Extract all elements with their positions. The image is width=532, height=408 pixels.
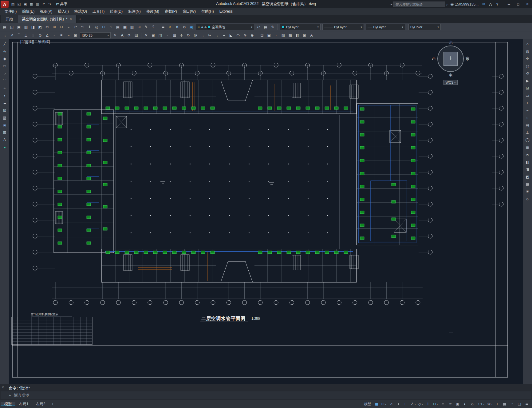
annotation-visibility-icon[interactable]: ◐ [462,401,468,407]
match-properties-icon[interactable]: ⌁ [65,24,72,30]
tool-palettes-icon[interactable]: ▥ [128,24,136,30]
measure-icon[interactable]: ≍ [524,151,531,158]
camera-icon[interactable]: ◨ [524,166,531,173]
save-as-icon[interactable]: ▦ [28,1,34,7]
zoom-previous-icon[interactable]: ◌ [107,24,114,30]
qnew-icon[interactable]: ▤ [10,1,16,7]
layer-lock-icon[interactable]: ⊘ [181,24,188,30]
dim-arc-icon[interactable]: ⌒ [15,32,22,39]
autodesk-apps-icon[interactable]: ⋀ [487,1,494,7]
search-expand-icon[interactable]: ▸ [391,2,392,6]
viewcube-east-label[interactable]: 东 [465,56,469,61]
menu-item-express[interactable]: Express [217,8,235,15]
model-space-toggle[interactable]: 模型 [363,401,372,407]
hatch-icon[interactable]: ▨ [280,32,287,39]
search-box[interactable]: ▸ ⌕ [391,2,448,7]
search-icon[interactable]: ⌕ [446,2,448,6]
polar-tracking-icon[interactable]: ∠▾ [410,401,417,407]
lights-icon[interactable]: ☀ [524,188,531,195]
dim-ordinate-icon[interactable]: ⊥ [22,32,30,39]
mirror-icon[interactable]: ◫ [157,32,164,39]
layer-color-icon[interactable]: ▣ [188,24,195,30]
zoom-out-icon[interactable]: − [524,107,531,114]
layer-on-icon[interactable]: ☀ [167,24,174,30]
autocad-logo-icon[interactable]: A [1,1,9,8]
hatch-tool-icon[interactable]: ▨ [1,114,8,121]
properties-icon[interactable]: ▤ [114,24,121,30]
dim-style-icon[interactable]: ▤ [133,32,140,39]
pan-icon[interactable]: ✛ [524,55,531,62]
zoom-extents-icon[interactable]: ⊡ [524,85,531,92]
polyline-tool-icon[interactable]: ∿ [1,48,8,55]
cut-icon[interactable]: ✂ [44,24,51,30]
workspace-switching-icon[interactable]: ⚙▾ [487,401,493,407]
layer-states-icon[interactable]: ▤ [262,24,269,30]
zoom-window-icon[interactable]: ⊡ [100,24,107,30]
tab-start[interactable]: 开始 [1,15,18,23]
annotation-monitor-icon[interactable]: + [494,401,501,407]
orbit-icon[interactable]: ⟲ [524,70,531,77]
minimize-icon[interactable]: ─ [504,0,514,8]
fillet-icon[interactable]: ◠ [234,32,242,39]
menu-item-file[interactable]: 文件(F) [2,8,19,15]
help-menu-icon[interactable]: ? [494,1,501,7]
stretch-icon[interactable]: ↔ [199,32,206,39]
dim-edit-icon[interactable]: ✎ [112,32,119,39]
dim-baseline-icon[interactable]: ≡ [58,32,65,39]
plot-icon[interactable]: ▥ [34,1,41,7]
dim-aligned-icon[interactable]: ↗ [8,32,15,39]
materials-icon[interactable]: ▩ [524,181,531,188]
menu-item-parametric[interactable]: 参数(P) [162,8,180,15]
sun-properties-icon[interactable]: ☼ [524,196,531,202]
dim-diameter-icon[interactable]: ⊘ [37,32,44,39]
extend-icon[interactable]: → [213,32,220,39]
copy-icon[interactable]: ⊞ [150,32,157,39]
command-close-icon[interactable]: × [2,385,4,390]
graphics-performance-icon[interactable]: ◔ [509,401,515,407]
close-icon[interactable]: ✕ [523,0,532,8]
ortho-mode-icon[interactable]: ∟ [403,401,409,407]
wcs-dropdown[interactable]: WCS ▾ [443,80,458,85]
ucs-icon[interactable]: ⊥ [524,129,531,136]
open-icon[interactable]: ◱ [8,24,15,30]
layer-dropdown[interactable]: ☀❄⊘ 空调风管 ▾ [196,24,254,30]
dim-angular-icon[interactable]: ∠ [44,32,51,39]
clean-screen-icon[interactable]: ▢ [516,401,523,407]
layout-tab-layout2[interactable]: 布局2 [32,402,49,406]
selection-cycling-icon[interactable]: ▣ [454,401,461,407]
linetype-dropdown[interactable]: ──── ByLayer ▾ [322,24,364,30]
named-views-icon[interactable]: ▤ [524,122,531,129]
layout-tab-model[interactable]: 模型 [1,402,15,406]
table-tool-icon[interactable]: ⊞ [1,129,8,136]
polygon-tool-icon[interactable]: ◆ [1,55,8,62]
explode-icon[interactable]: ※ [242,32,249,39]
viewcube-north-label[interactable]: 北 [431,41,471,46]
dim-quick-icon[interactable]: ≍ [51,32,58,39]
tab-close-icon[interactable]: × [70,17,72,21]
share-button[interactable]: ⇄ 共享 [56,2,67,7]
dimstyle-dropdown[interactable]: ISO-25 ▾ [80,32,111,38]
plot-preview-icon[interactable]: ◨ [30,24,37,30]
undo-icon[interactable]: ↶ [41,1,47,7]
make-block-icon[interactable]: ▣ [266,32,273,39]
menu-item-help[interactable]: 帮助(H) [199,8,217,15]
plot-icon[interactable]: ▥ [22,24,30,30]
image-attach-icon[interactable]: ▣ [1,122,8,129]
menu-item-tools[interactable]: 工具(T) [90,8,107,15]
layer-properties-icon[interactable]: ≣ [160,24,167,30]
point-icon[interactable]: ∙ [273,32,280,39]
save-icon[interactable]: ▣ [22,1,28,7]
menu-item-dimension[interactable]: 标注(N) [125,8,144,15]
make-current-layer-icon[interactable]: ✎ [269,24,276,30]
new-tab-button[interactable]: + [77,15,84,23]
viewcube-south-label[interactable]: 南 [431,73,471,78]
zoom-realtime-icon[interactable]: ◎ [93,24,100,30]
layer-freeze-icon[interactable]: ❄ [174,24,181,30]
viewport-controls[interactable]: [-][俯视][二维线框] [20,39,50,45]
menu-item-window[interactable]: 窗口(W) [180,8,199,15]
dim-radius-icon[interactable]: ◌ [30,32,37,39]
publish-icon[interactable]: ◩ [37,24,44,30]
dim-linear-icon[interactable]: ↔ [1,32,8,39]
zoom-in-icon[interactable]: + [524,100,531,106]
new-icon[interactable]: ▤ [1,24,8,30]
